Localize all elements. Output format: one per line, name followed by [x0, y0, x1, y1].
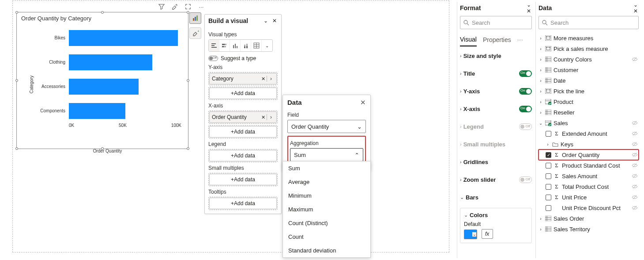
- close-icon[interactable]: ✕: [633, 8, 639, 14]
- tree-node[interactable]: Σ Total Product Cost: [539, 181, 639, 192]
- chevron-icon[interactable]: ›: [539, 57, 543, 62]
- aggregation-option[interactable]: Count: [283, 230, 370, 244]
- format-row[interactable]: ›Gridlines: [460, 153, 532, 171]
- tree-node[interactable]: › Country Colors: [539, 54, 639, 65]
- hidden-icon[interactable]: [632, 142, 638, 146]
- toggle-on[interactable]: On: [519, 70, 532, 77]
- data-search-input[interactable]: Search: [539, 16, 639, 29]
- chart-bar[interactable]: [69, 30, 178, 46]
- hidden-icon[interactable]: [632, 174, 638, 178]
- visual-type-stacked-h[interactable]: [219, 40, 230, 51]
- close-icon[interactable]: ✕: [360, 99, 366, 107]
- tab-visual[interactable]: Visual: [460, 33, 477, 46]
- checkbox[interactable]: [546, 131, 551, 137]
- checkbox[interactable]: [546, 195, 551, 200]
- checkbox[interactable]: [546, 163, 551, 168]
- xaxis-add-data-button[interactable]: +Add data: [209, 126, 277, 138]
- fx-button[interactable]: fx: [482, 229, 493, 239]
- chevron-icon[interactable]: ›: [539, 78, 543, 83]
- tree-node[interactable]: › Reseller: [539, 107, 639, 118]
- remove-icon[interactable]: ✕: [260, 115, 266, 120]
- checkbox[interactable]: [546, 173, 551, 179]
- tree-node[interactable]: ⌄ Sales: [539, 118, 639, 128]
- more-options-icon[interactable]: ···: [197, 3, 205, 10]
- format-row[interactable]: ›Small multiples: [460, 135, 532, 153]
- hidden-icon[interactable]: [632, 206, 638, 210]
- chevron-icon[interactable]: ›: [539, 110, 543, 115]
- aggregation-option[interactable]: Average: [283, 175, 370, 189]
- legend-add-data-button[interactable]: +Add data: [209, 150, 277, 161]
- tree-node[interactable]: ✓Σ Order Quantity: [539, 149, 639, 160]
- aggregation-option[interactable]: Count (Distinct): [283, 216, 370, 230]
- chart-bar[interactable]: [69, 103, 125, 119]
- hidden-icon[interactable]: [632, 121, 638, 125]
- tree-node[interactable]: Σ Extended Amount: [539, 128, 639, 139]
- close-icon[interactable]: ✕: [271, 18, 278, 24]
- format-row[interactable]: ›LegendOff: [460, 118, 532, 135]
- toggle-on[interactable]: On: [519, 106, 532, 112]
- chevron-icon[interactable]: ⌄: [539, 121, 543, 126]
- chevron-icon[interactable]: ›: [539, 36, 543, 41]
- chevron-icon[interactable]: ›: [539, 216, 543, 221]
- yaxis-field-chip[interactable]: Category ✕›: [209, 73, 277, 84]
- yaxis-add-data-button[interactable]: +Add data: [209, 88, 277, 99]
- hidden-icon[interactable]: [632, 153, 638, 157]
- hidden-icon[interactable]: [632, 195, 638, 199]
- aggregation-select[interactable]: Sum ⌄: [290, 148, 363, 161]
- chevron-icon[interactable]: ›: [539, 68, 543, 73]
- format-row[interactable]: ›Y-axisOn: [460, 82, 532, 100]
- visual-type-column[interactable]: [230, 40, 241, 51]
- chart-visual[interactable]: Order Quantity by Category Category Bike…: [16, 12, 188, 149]
- tree-node[interactable]: › Date: [539, 75, 639, 86]
- format-row[interactable]: ›Size and style: [460, 47, 532, 65]
- format-brush-icon[interactable]: +: [189, 27, 201, 39]
- visual-type-table[interactable]: [251, 40, 262, 51]
- tree-node[interactable]: › Product: [539, 96, 639, 107]
- brush-icon[interactable]: [171, 3, 179, 10]
- tree-node[interactable]: Σ Product Standard Cost: [539, 160, 639, 171]
- tooltips-add-data-button[interactable]: +Add data: [209, 198, 277, 209]
- visual-type-stacked-col[interactable]: [241, 40, 251, 51]
- small-multiples-add-data-button[interactable]: +Add data: [209, 174, 277, 185]
- tree-node[interactable]: › More measures: [539, 33, 639, 43]
- aggregation-option[interactable]: Minimum: [283, 189, 370, 203]
- build-visual-icon[interactable]: [189, 12, 201, 24]
- visual-type-bar-h[interactable]: [209, 40, 219, 51]
- hidden-icon[interactable]: [632, 163, 638, 168]
- hidden-icon[interactable]: [632, 57, 638, 61]
- field-select[interactable]: Order Quantity ⌄: [287, 120, 366, 133]
- tree-node[interactable]: › Pick the line: [539, 86, 639, 96]
- visual-type-more-dropdown[interactable]: ⌄: [262, 40, 272, 51]
- tree-node[interactable]: › Pick a sales measure: [539, 43, 639, 54]
- tab-properties[interactable]: Properties: [483, 34, 511, 46]
- chevron-right-icon[interactable]: ›: [268, 76, 274, 82]
- format-row[interactable]: ›TitleOn: [460, 65, 532, 82]
- tree-node[interactable]: Σ Sales Amount: [539, 171, 639, 181]
- toggle-off[interactable]: Off: [519, 123, 532, 130]
- toggle-on[interactable]: On: [519, 88, 532, 95]
- checkbox[interactable]: [546, 205, 551, 211]
- tree-node[interactable]: › Keys: [539, 139, 639, 149]
- format-row[interactable]: ⌄Bars: [460, 188, 532, 206]
- more-options-icon[interactable]: ···: [517, 36, 523, 43]
- default-color-swatch[interactable]: ⌄: [464, 229, 477, 239]
- expand-icon[interactable]: ⌄: [526, 2, 532, 8]
- chevron-icon[interactable]: ›: [539, 46, 543, 51]
- chevron-icon[interactable]: ›: [546, 142, 550, 147]
- tree-node[interactable]: › Sales Order: [539, 213, 639, 224]
- format-row[interactable]: ›Zoom sliderOff: [460, 171, 532, 188]
- tree-node[interactable]: › Customer: [539, 65, 639, 75]
- format-row[interactable]: ›X-axisOn: [460, 100, 532, 118]
- checkbox[interactable]: ✓: [546, 152, 551, 158]
- chart-bar[interactable]: [69, 54, 152, 70]
- chevron-right-icon[interactable]: ›: [268, 114, 274, 120]
- chart-bar[interactable]: [69, 79, 139, 95]
- hidden-icon[interactable]: [632, 131, 638, 136]
- close-icon[interactable]: ✕: [526, 8, 532, 14]
- chevron-down-icon[interactable]: ⌄: [464, 212, 468, 218]
- tree-node[interactable]: Unit Price Discount Pct: [539, 203, 639, 213]
- xaxis-field-chip[interactable]: Order Quantity ✕›: [209, 111, 277, 123]
- chevron-icon[interactable]: ›: [539, 89, 543, 94]
- aggregation-option[interactable]: Sum: [283, 161, 370, 175]
- toggle-off[interactable]: Off: [519, 176, 532, 183]
